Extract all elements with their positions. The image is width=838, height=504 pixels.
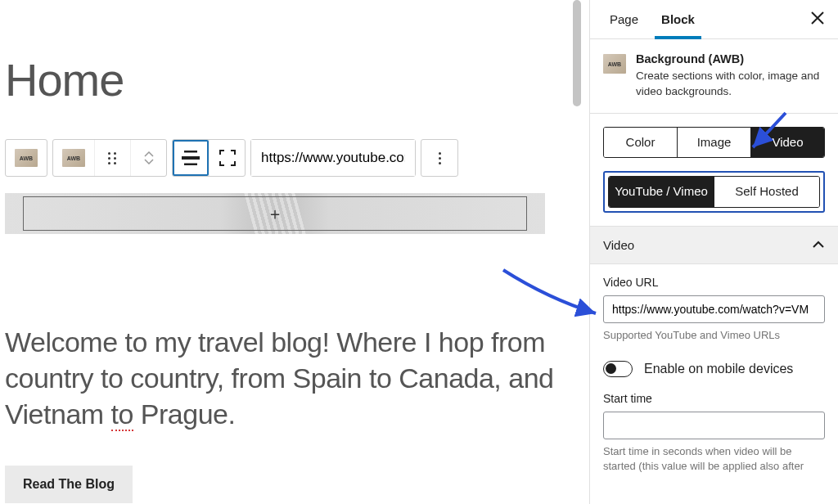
- url-group: [250, 139, 416, 177]
- video-url-input[interactable]: [603, 295, 825, 323]
- more-options-button[interactable]: [421, 140, 457, 176]
- block-description: Create sections with color, image and vi…: [636, 69, 825, 100]
- block-appender[interactable]: ＋: [23, 196, 527, 231]
- spelling-error: to: [111, 398, 133, 431]
- panel-title: Video: [603, 238, 634, 252]
- block-type-group: AWB: [5, 139, 47, 177]
- fullscreen-icon: [219, 150, 236, 166]
- fullscreen-button[interactable]: [209, 140, 245, 176]
- scrollbar[interactable]: [573, 0, 581, 106]
- awb-icon: AWB: [15, 149, 38, 167]
- bg-type-image[interactable]: Image: [677, 128, 750, 158]
- toolbar-url-input[interactable]: [251, 140, 415, 176]
- video-panel-body: Video URL Supported YouTube and Vimeo UR…: [590, 264, 838, 486]
- close-sidebar-button[interactable]: [810, 9, 825, 30]
- block-header: AWB Background (AWB) Create sections wit…: [590, 39, 838, 114]
- read-blog-button[interactable]: Read The Blog: [5, 466, 133, 503]
- drag-handle[interactable]: [94, 140, 130, 176]
- mobile-toggle[interactable]: [603, 361, 633, 377]
- bg-type-color[interactable]: Color: [604, 128, 677, 158]
- video-url-label: Video URL: [603, 276, 825, 289]
- align-wide-icon: [182, 151, 200, 165]
- more-vertical-icon: [439, 152, 441, 164]
- video-panel-toggle[interactable]: Video: [590, 226, 838, 264]
- toggle-knob: [606, 363, 616, 374]
- bg-type-video[interactable]: Video: [750, 128, 824, 158]
- align-group: [172, 139, 246, 177]
- close-icon: [810, 11, 825, 25]
- mobile-toggle-row: Enable on mobile devices: [603, 361, 825, 377]
- sidebar-tabs: Page Block: [590, 0, 838, 39]
- background-type-segmented: Color Image Video: [603, 127, 825, 159]
- block-icon-button-2[interactable]: AWB: [53, 140, 94, 176]
- svg-rect-2: [184, 164, 197, 166]
- chevron-up-icon: [812, 238, 825, 251]
- video-src-youtube[interactable]: YouTube / Vimeo: [609, 177, 714, 207]
- tab-page[interactable]: Page: [603, 0, 645, 39]
- svg-rect-0: [182, 156, 200, 160]
- align-wide-button[interactable]: [173, 140, 209, 176]
- page-title[interactable]: Home: [5, 53, 581, 106]
- start-time-label: Start time: [603, 392, 825, 405]
- block-icon-button[interactable]: AWB: [6, 140, 47, 176]
- awb-icon: AWB: [62, 149, 85, 167]
- video-source-segmented: YouTube / Vimeo Self Hosted: [603, 171, 825, 213]
- move-up-down[interactable]: [130, 140, 166, 176]
- editor-canvas: Home AWB AWB: [0, 0, 581, 504]
- video-url-help: Supported YouTube and Vimeo URLs: [603, 328, 825, 343]
- tab-block[interactable]: Block: [655, 0, 701, 39]
- block-preview[interactable]: ＋: [5, 193, 545, 234]
- mobile-toggle-label: Enable on mobile devices: [644, 362, 793, 376]
- svg-rect-1: [184, 151, 197, 153]
- start-time-help: Start time in seconds when video will be…: [603, 444, 825, 474]
- block-title: Background (AWB): [636, 52, 825, 65]
- plus-icon: ＋: [267, 203, 283, 225]
- start-time-input[interactable]: [603, 412, 825, 439]
- chevron-updown-icon: [144, 151, 154, 164]
- awb-icon: AWB: [603, 54, 626, 74]
- block-move-group: AWB: [52, 139, 167, 177]
- drag-icon: [108, 152, 117, 164]
- video-src-self[interactable]: Self Hosted: [714, 177, 819, 207]
- paragraph-block[interactable]: Welcome to my travel blog! Where I hop f…: [5, 324, 561, 433]
- body-text-part-2: Prague.: [133, 398, 236, 430]
- block-toolbar: AWB AWB: [5, 139, 581, 177]
- body-text-part-1: Welcome to my travel blog! Where I hop f…: [5, 326, 553, 430]
- more-group: [421, 139, 458, 177]
- settings-sidebar: Page Block AWB Background (AWB) Create s…: [589, 0, 838, 504]
